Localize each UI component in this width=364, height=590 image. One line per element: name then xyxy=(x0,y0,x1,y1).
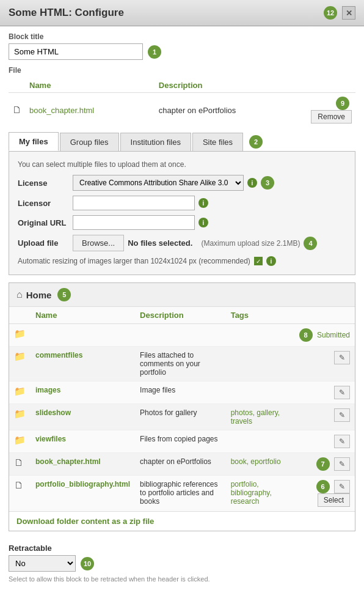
dialog-close-area: 12 ✕ xyxy=(324,6,355,20)
retractable-label: Retractable xyxy=(9,544,355,553)
row5-badge: 7 xyxy=(316,457,330,471)
edit-button[interactable]: ✎ xyxy=(334,408,350,422)
row0-tags xyxy=(226,324,294,347)
home-section: ⌂ Home 5 Name Description Tags 📁 xyxy=(9,282,355,531)
license-info-icon[interactable]: i xyxy=(247,178,257,188)
edit-button[interactable]: ✎ xyxy=(334,386,350,399)
license-row: License Creative Commons Attribution Sha… xyxy=(18,175,346,191)
tabs-container: My files Group files Institution files S… xyxy=(9,132,263,151)
table-row: 📁 viewfiles Files from copied pages ✎ xyxy=(9,430,355,453)
table-row: 📁 slideshow Photos for gallery photos, g… xyxy=(9,404,355,430)
file-section-label: File xyxy=(9,66,355,75)
resize-info-icon[interactable]: i xyxy=(266,256,276,266)
close-button[interactable]: ✕ xyxy=(342,6,355,20)
row4-desc: Files from copied pages xyxy=(135,430,226,453)
file-doc-icon: 🗋 xyxy=(12,105,22,115)
file-remove-button[interactable]: Remove xyxy=(311,110,352,124)
dialog-title: Some HTML: Configure xyxy=(9,7,124,19)
block-title-label: Block title xyxy=(9,32,355,41)
row4-tags xyxy=(226,430,294,453)
col-name: Name xyxy=(31,307,135,324)
resize-row: Automatic resizing of images larger than… xyxy=(18,256,346,266)
current-file-name[interactable]: book_chapter.html xyxy=(29,106,94,115)
retractable-badge: 10 xyxy=(81,557,94,570)
licensor-row: Licensor i xyxy=(18,196,346,210)
folder-icon: 📁 xyxy=(14,435,26,445)
files-header-row: Name Description Tags xyxy=(9,307,355,324)
table-row: 🗋 portfolio_bibliography.html bibliograp… xyxy=(9,476,355,512)
row4-name[interactable]: viewfiles xyxy=(35,435,66,443)
original-url-label: Original URL xyxy=(18,218,73,227)
home-badge: 5 xyxy=(57,288,71,301)
file-remove-badge: 9 xyxy=(336,97,349,110)
licensor-input[interactable] xyxy=(73,196,195,210)
select-button[interactable]: Select xyxy=(318,493,350,507)
max-size-text: (Maximum upload size 2.1MB) xyxy=(201,239,300,248)
licensor-control: i xyxy=(73,196,346,210)
tab-institution-files[interactable]: Institution files xyxy=(120,133,191,151)
row5-tags: book, eportfolio xyxy=(226,453,294,476)
upload-file-control: Browse... No files selected. (Maximum up… xyxy=(73,235,346,251)
original-url-row: Original URL i xyxy=(18,215,346,230)
current-file-description: chapter on ePortfolios xyxy=(155,93,307,128)
row5-desc: chapter on ePortfolios xyxy=(135,453,226,476)
upload-box: You can select multiple files to upload … xyxy=(9,151,355,275)
block-title-input[interactable] xyxy=(9,43,143,60)
tab-site-files[interactable]: Site files xyxy=(192,133,243,151)
file-row: 🗋 book_chapter.html chapter on ePortfoli… xyxy=(9,93,355,128)
browse-button[interactable]: Browse... xyxy=(73,235,124,251)
file-doc-icon: 🗋 xyxy=(14,480,24,490)
original-url-input[interactable] xyxy=(73,215,195,230)
no-files-text: No files selected. xyxy=(128,238,192,248)
table-row: 📁 commentfiles Files attached to comment… xyxy=(9,347,355,382)
row1-name[interactable]: commentfiles xyxy=(35,351,82,360)
block-title-badge: 1 xyxy=(148,45,161,59)
retractable-row: No 10 xyxy=(9,555,355,572)
original-url-control: i xyxy=(73,215,346,230)
tab-my-files[interactable]: My files xyxy=(9,132,59,151)
edit-button[interactable]: ✎ xyxy=(334,457,350,471)
download-link[interactable]: Download folder content as a zip file xyxy=(9,511,355,531)
row1-desc: Files attached to comments on your portf… xyxy=(135,347,226,382)
table-row: 📁 images Image files ✎ xyxy=(9,382,355,404)
row3-tags: photos, gallery, travels xyxy=(226,404,294,430)
col-tags: Tags xyxy=(226,307,294,324)
license-control: Creative Commons Attribution Share Alike… xyxy=(73,175,346,191)
licensor-info-icon[interactable]: i xyxy=(198,198,208,208)
step-badge: 12 xyxy=(324,6,337,20)
row6-desc: bibliographic references to portfolio ar… xyxy=(135,476,226,512)
folder-icon: 📁 xyxy=(14,328,26,339)
row6-badge: 6 xyxy=(316,480,330,493)
tab-group-files[interactable]: Group files xyxy=(60,133,119,151)
upload-badge: 4 xyxy=(304,237,317,250)
row0-desc xyxy=(135,324,226,347)
row5-name[interactable]: book_chapter.html xyxy=(35,457,101,466)
file-col-icon xyxy=(9,78,26,93)
edit-button[interactable]: ✎ xyxy=(334,351,350,364)
submitted-text: Submitted xyxy=(317,331,350,339)
licensor-label: Licensor xyxy=(18,199,73,208)
file-table: Name Description 🗋 book_chapter.html cha… xyxy=(9,78,355,127)
edit-button[interactable]: ✎ xyxy=(334,480,350,493)
edit-button[interactable]: ✎ xyxy=(334,435,350,448)
tabs-badge: 2 xyxy=(249,135,263,149)
row3-name[interactable]: slideshow xyxy=(35,408,71,417)
retractable-section: Retractable No 10 Select to allow this b… xyxy=(9,537,355,590)
table-row: 🗋 book_chapter.html chapter on ePortfoli… xyxy=(9,453,355,476)
retractable-select[interactable]: No xyxy=(9,555,76,572)
row6-name[interactable]: portfolio_bibliography.html xyxy=(35,480,130,489)
row0-name xyxy=(31,324,135,347)
block-title-row: 1 xyxy=(9,43,355,60)
row2-tags xyxy=(226,382,294,404)
original-url-info-icon[interactable]: i xyxy=(198,218,208,227)
submitted-badge: 8 xyxy=(299,328,313,342)
folder-icon: 📁 xyxy=(14,351,26,361)
resize-text: Automatic resizing of images larger than… xyxy=(18,257,250,265)
resize-checkbox[interactable]: ✓ xyxy=(254,257,263,265)
dialog-header: Some HTML: Configure 12 ✕ xyxy=(0,0,364,26)
license-select[interactable]: Creative Commons Attribution Share Alike… xyxy=(73,175,244,191)
upload-file-row: Upload file Browse... No files selected.… xyxy=(18,235,346,251)
row3-desc: Photos for gallery xyxy=(135,404,226,430)
home-title: Home xyxy=(26,290,52,300)
row2-name[interactable]: images xyxy=(35,386,60,394)
